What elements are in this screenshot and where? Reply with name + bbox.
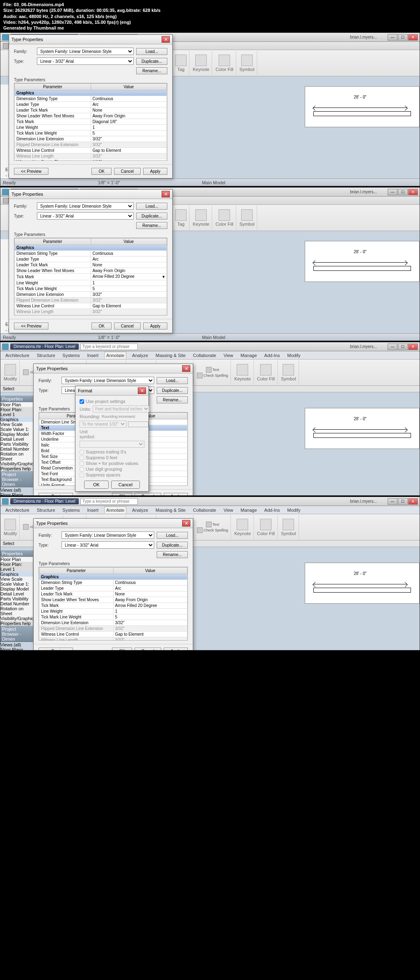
- table-row[interactable]: Tick Mark Line Weight5: [39, 614, 187, 620]
- table-row[interactable]: Witness Line Length3/32": [39, 637, 187, 641]
- ribbon-color-fill[interactable]: Color Fill: [257, 376, 275, 381]
- props-rotation[interactable]: Rotation on Sheet: [0, 451, 33, 461]
- apply-button[interactable]: Apply: [143, 323, 167, 330]
- ribbon-tab-massingsite[interactable]: Massing & Site: [154, 352, 187, 359]
- ribbon-modify[interactable]: Modify: [4, 531, 17, 536]
- type-select[interactable]: Linear - 3/32" Arial: [37, 57, 134, 65]
- family-select[interactable]: System Family: Linear Dimension Style: [37, 48, 134, 55]
- ribbon-check-spelling[interactable]: Check Spelling: [197, 527, 228, 533]
- ribbon-tab-architecture[interactable]: Architecture: [4, 507, 31, 513]
- ribbon-tab-insert[interactable]: Insert: [86, 352, 100, 359]
- maximize-button[interactable]: ☐: [398, 34, 408, 41]
- table-row[interactable]: Dimension String TypeContinuous: [15, 96, 167, 102]
- props-scale-value[interactable]: Scale Value 1:: [0, 582, 33, 586]
- ok-button[interactable]: OK: [91, 323, 111, 330]
- table-row[interactable]: Witness Line ControlGap to Element: [15, 303, 167, 309]
- table-row[interactable]: Tick Mark Line Weight5: [15, 286, 167, 292]
- table-row[interactable]: Dimension Line Extension3/32": [15, 136, 167, 142]
- wall-element[interactable]: [313, 111, 411, 116]
- ribbon-tab-systems[interactable]: Systems: [61, 352, 81, 359]
- status-scale[interactable]: 1/8" = 1'-0": [98, 335, 120, 340]
- ribbon-symbol[interactable]: Symbol: [281, 531, 296, 536]
- table-row[interactable]: Witness Line Length3/32": [15, 153, 167, 159]
- dialog-close-button[interactable]: ✕: [162, 191, 170, 197]
- load-button[interactable]: Load...: [136, 48, 167, 55]
- table-row[interactable]: Leader TypeArc: [39, 586, 187, 591]
- props-rotation[interactable]: Rotation on Sheet: [0, 606, 33, 616]
- table-row[interactable]: Flipped Dimension Line Extension3/32": [39, 626, 187, 632]
- ribbon-tab-manage[interactable]: Manage: [239, 507, 259, 513]
- ribbon-text[interactable]: Text: [206, 367, 219, 373]
- table-row[interactable]: Leader TypeArc: [15, 102, 167, 108]
- ribbon-tab-annotate[interactable]: Annotate: [104, 352, 126, 359]
- type-select[interactable]: Linear - 3/32" Arial: [62, 541, 154, 549]
- ribbon-tab-manage[interactable]: Manage: [239, 352, 259, 359]
- format-ok-button[interactable]: OK: [84, 481, 109, 489]
- duplicate-button[interactable]: Duplicate...: [157, 387, 188, 394]
- table-row[interactable]: Dimension Line Extension3/32": [15, 292, 167, 298]
- table-row[interactable]: Line Weight1: [15, 125, 167, 131]
- ribbon-symbol[interactable]: Symbol: [281, 376, 296, 381]
- preview-button[interactable]: << Preview: [39, 648, 73, 650]
- search-input[interactable]: [80, 498, 138, 505]
- ribbon-symbol[interactable]: Symbol: [240, 222, 255, 227]
- pb-views[interactable]: Views (all): [0, 642, 33, 647]
- ok-button[interactable]: OK: [112, 493, 132, 496]
- ribbon-keynote[interactable]: Keynote: [234, 531, 251, 536]
- ribbon-tab-addins[interactable]: Add-Ins: [262, 507, 281, 513]
- minimize-button[interactable]: —: [388, 189, 397, 195]
- doc-tab[interactable]: Dimensions.rte - Floor Plan: Level: [10, 343, 79, 350]
- status-model[interactable]: Main Model: [202, 335, 225, 340]
- cancel-button[interactable]: Cancel: [114, 168, 141, 175]
- ribbon-tab-view[interactable]: View: [222, 352, 235, 359]
- props-view-scale[interactable]: View Scale: [0, 577, 33, 582]
- pb-floor-plans[interactable]: Floor Plans: [0, 492, 33, 496]
- ribbon-tab-analyze[interactable]: Analyze: [130, 352, 150, 359]
- maximize-button[interactable]: ☐: [398, 343, 408, 350]
- ribbon-tab-insert[interactable]: Insert: [86, 507, 100, 513]
- ribbon-check-spelling[interactable]: Check Spelling: [197, 373, 228, 378]
- table-row[interactable]: Graphics: [15, 90, 167, 96]
- table-row[interactable]: Witness Line ControlGap to Element: [39, 632, 187, 637]
- ribbon-tab-architecture[interactable]: Architecture: [4, 352, 31, 359]
- minimize-button[interactable]: —: [388, 498, 397, 505]
- close-button[interactable]: ✕: [408, 34, 418, 41]
- family-select[interactable]: System Family: Linear Dimension Style: [37, 202, 134, 210]
- table-row[interactable]: Line Weight1: [39, 609, 187, 614]
- close-button[interactable]: ✕: [408, 498, 418, 505]
- minimize-button[interactable]: —: [388, 34, 397, 41]
- ribbon-modify[interactable]: Modify: [4, 376, 17, 381]
- props-scale-value[interactable]: Scale Value 1:: [0, 427, 33, 432]
- table-row[interactable]: Leader Tick MarkNone: [15, 262, 167, 268]
- rename-button[interactable]: Rename...: [157, 551, 188, 558]
- type-select[interactable]: Linear - 3/32" Arial: [37, 212, 134, 220]
- props-floor-plan[interactable]: Floor Plan: [0, 557, 33, 562]
- ribbon-tab-collaborate[interactable]: Collaborate: [192, 507, 218, 513]
- props-fp-level[interactable]: Floor Plan: Level 1: [0, 562, 33, 572]
- table-row[interactable]: Leader Tick MarkNone: [15, 108, 167, 113]
- ribbon-tab-modify[interactable]: Modify: [285, 352, 302, 359]
- cancel-button[interactable]: Cancel: [135, 493, 161, 496]
- table-row[interactable]: Leader TypeArc: [15, 256, 167, 262]
- rename-button[interactable]: Rename...: [136, 222, 167, 229]
- table-row[interactable]: Dimension String TypeContinuous: [39, 580, 187, 586]
- ribbon-text[interactable]: Text: [206, 522, 219, 527]
- duplicate-button[interactable]: Duplicate...: [157, 542, 188, 549]
- rename-button[interactable]: Rename...: [157, 396, 188, 403]
- props-vis-graphics[interactable]: Visibility/Graphic: [0, 461, 33, 466]
- ribbon-tag[interactable]: Tag: [177, 67, 185, 72]
- pb-views[interactable]: Views (all): [0, 488, 33, 492]
- props-fp-level[interactable]: Floor Plan: Level 1: [0, 407, 33, 417]
- ribbon-tab-structure[interactable]: Structure: [35, 352, 57, 359]
- search-input[interactable]: [80, 343, 138, 350]
- table-row[interactable]: Witness Line Gap to Element1/16": [15, 159, 167, 161]
- props-parts-vis[interactable]: Parts Visibility: [0, 596, 33, 601]
- ok-button[interactable]: OK: [91, 168, 111, 175]
- load-button[interactable]: Load...: [157, 532, 188, 539]
- table-row[interactable]: Show Leader When Text MovesAway From Ori…: [39, 597, 187, 603]
- wall-element[interactable]: [313, 433, 411, 438]
- wall-element[interactable]: [313, 266, 411, 271]
- ribbon-tab-massingsite[interactable]: Massing & Site: [154, 507, 187, 513]
- close-button[interactable]: ✕: [408, 343, 418, 350]
- table-row[interactable]: Graphics: [39, 574, 187, 580]
